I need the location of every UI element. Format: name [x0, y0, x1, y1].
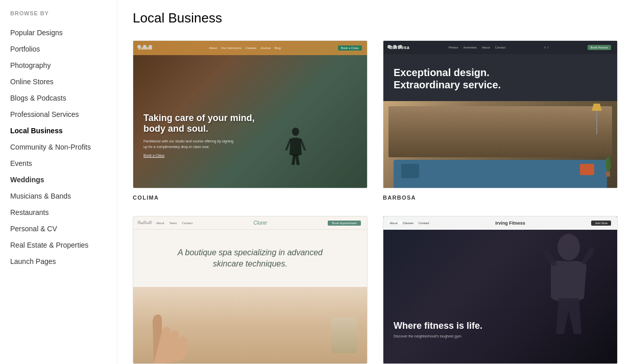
sidebar-item-photography[interactable]: Photography: [10, 57, 117, 74]
dot-red-c: [137, 221, 141, 224]
irving-background: About Classes Contact Irving Fitness Joi…: [383, 216, 617, 363]
sidebar-item-online-stores[interactable]: Online Stores: [10, 74, 117, 90]
clune-nav: Services About Team Contact Clune Book A…: [133, 216, 367, 230]
sidebar-item-real-estate[interactable]: Real Estate & Properties: [10, 237, 117, 253]
colima-text-area: Taking care of your mind,body and soul. …: [143, 113, 336, 157]
sidebar-item-professional-services[interactable]: Professional Services: [10, 106, 117, 123]
clune-logo: Clune: [254, 220, 267, 226]
barbosa-social: f t: [545, 46, 548, 49]
sidebar-item-restaurants[interactable]: Restaurants: [10, 204, 117, 221]
barbosa-cta-btn: Book Rooms: [588, 45, 611, 50]
sidebar-item-personal-cv[interactable]: Personal & CV: [10, 221, 117, 237]
irving-headline: Where fitness is life.: [394, 320, 535, 332]
template-thumb-irving-fitness: About Classes Contact Irving Fitness Joi…: [383, 216, 618, 364]
sidebar-nav: Popular Designs Portfolios Photography O…: [10, 25, 117, 270]
colima-nav: Colima About Our Instructors Classes Jou…: [133, 41, 367, 55]
page-layout: BROWSE BY Popular Designs Portfolios Pho…: [0, 0, 633, 364]
template-card-irving-fitness[interactable]: About Classes Contact Irving Fitness Joi…: [383, 216, 618, 364]
template-thumb-barbosa: Barbosa Photos Amenities About Contact f…: [383, 40, 618, 188]
sidebar-item-events[interactable]: Events: [10, 155, 117, 172]
barbosa-lamp-pole: [596, 111, 597, 134]
window-chrome-colima: [137, 45, 152, 48]
clune-image-area: Facials →: [133, 287, 367, 363]
svg-point-0: [292, 128, 299, 136]
clune-headline: A boutique spa specializing in advanceds…: [143, 247, 357, 270]
dot-red: [137, 45, 141, 48]
barbosa-plant: [602, 152, 615, 178]
irving-nav: About Classes Contact Irving Fitness Joi…: [383, 216, 617, 230]
page-title: Local Business: [133, 10, 618, 26]
sidebar-item-local-business[interactable]: Local Business: [10, 123, 117, 139]
barbosa-pillow-orange: [580, 164, 594, 175]
template-card-barbosa[interactable]: Barbosa Photos Amenities About Contact f…: [383, 40, 618, 201]
irving-logo: Irving Fitness: [495, 221, 525, 226]
template-thumb-clune: Services About Team Contact Clune Book A…: [133, 216, 368, 364]
irving-nav-links: About Classes Contact: [389, 222, 429, 225]
clune-hero: A boutique spa specializing in advanceds…: [133, 237, 367, 288]
sidebar: BROWSE BY Popular Designs Portfolios Pho…: [0, 0, 117, 364]
sidebar-item-weddings[interactable]: Weddings: [10, 172, 117, 188]
templates-grid: Colima About Our Instructors Classes Jou…: [133, 40, 618, 364]
dot-green: [149, 45, 152, 48]
colima-cta-btn: Book a Class: [338, 45, 362, 51]
svg-rect-1: [606, 172, 610, 177]
colima-book-link: Book a Class: [143, 154, 336, 157]
barbosa-nav: Barbosa Photos Amenities About Contact f…: [383, 41, 617, 54]
clune-background: Services About Team Contact Clune Book A…: [133, 216, 367, 363]
dot-green-c: [149, 221, 152, 224]
clune-product-bottle: [331, 318, 357, 353]
svg-point-2: [557, 234, 580, 260]
dot-yellow-b: [393, 45, 397, 48]
template-card-clune[interactable]: Services About Team Contact Clune Book A…: [133, 216, 368, 364]
dot-yellow-c: [143, 221, 147, 224]
sidebar-item-popular-designs[interactable]: Popular Designs: [10, 25, 117, 41]
colima-person-silhouette: [285, 127, 306, 167]
barbosa-shelf: [388, 106, 612, 157]
window-chrome-clune: [137, 221, 152, 224]
irving-subtext: Discover the neighborhood's toughest gym…: [394, 334, 535, 338]
colima-nav-links: About Our Instructors Classes Journal Bl…: [209, 46, 280, 50]
clune-hand-illustration: [138, 292, 189, 363]
window-chrome-barbosa: [387, 45, 402, 48]
colima-background: Colima About Our Instructors Classes Jou…: [133, 41, 367, 188]
barbosa-pillow-blue: [401, 164, 419, 178]
colima-subtext: Familiarize with our studio and course o…: [143, 139, 336, 150]
dot-red-b: [387, 45, 391, 48]
dot-yellow: [143, 45, 147, 48]
dot-green-b: [399, 45, 402, 48]
irving-join-btn: Join Now: [591, 221, 611, 226]
sidebar-item-musicians-bands[interactable]: Musicians & Bands: [10, 188, 117, 204]
sidebar-item-launch-pages[interactable]: Launch Pages: [10, 253, 117, 270]
barbosa-nav-links: Photos Amenities About Contact: [449, 46, 505, 49]
barbosa-background: Barbosa Photos Amenities About Contact f…: [383, 41, 617, 188]
sidebar-item-community-nonprofits[interactable]: Community & Non-Profits: [10, 139, 117, 155]
barbosa-template-name: BARBOSA: [383, 195, 618, 201]
barbosa-sofa: [394, 160, 607, 188]
colima-headline: Taking care of your mind,body and soul.: [143, 113, 336, 135]
barbosa-headline-area: Exceptional design.Extraordinary service…: [394, 66, 501, 91]
barbosa-lamp: [592, 104, 602, 134]
sidebar-item-blogs-podcasts[interactable]: Blogs & Podcasts: [10, 90, 117, 106]
colima-template-name: COLIMA: [133, 195, 368, 201]
template-card-colima[interactable]: Colima About Our Instructors Classes Jou…: [133, 40, 368, 201]
main-content: Local Business Colima About: [117, 0, 633, 364]
barbosa-interior-image: [383, 101, 617, 188]
irving-hero-image: [383, 216, 617, 363]
browse-by-label: BROWSE BY: [10, 10, 117, 16]
irving-text-area: Where fitness is life. Discover the neig…: [394, 320, 535, 338]
barbosa-headline: Exceptional design.Extraordinary service…: [394, 66, 501, 91]
template-thumb-colima: Colima About Our Instructors Classes Jou…: [133, 40, 368, 188]
irving-person: [520, 232, 602, 359]
clune-cta-btn: Book Appointment: [328, 221, 361, 226]
barbosa-lamp-shade: [592, 104, 602, 111]
sidebar-item-portfolios[interactable]: Portfolios: [10, 41, 117, 57]
